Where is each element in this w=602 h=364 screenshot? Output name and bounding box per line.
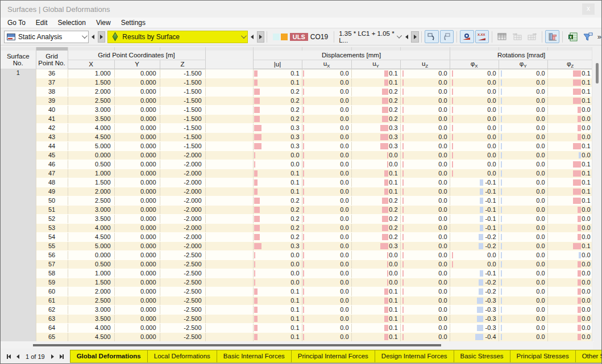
pager-last-button[interactable]: [57, 352, 67, 361]
value-cell[interactable]: 0.0: [499, 196, 547, 205]
spacer-cell[interactable]: [205, 169, 253, 178]
spacer-cell[interactable]: [205, 105, 253, 114]
value-cell[interactable]: -0.1: [450, 205, 499, 214]
coordinate-cell[interactable]: -1.500: [160, 114, 205, 123]
value-cell[interactable]: 0.1: [547, 141, 593, 150]
coordinate-cell[interactable]: 0.000: [114, 314, 160, 323]
value-cell[interactable]: 0.0: [302, 141, 351, 150]
coordinate-cell[interactable]: 4.500: [68, 332, 114, 341]
horizontal-scrollbar-thumb[interactable]: [33, 344, 441, 346]
coordinate-cell[interactable]: -1.500: [160, 141, 205, 150]
value-cell[interactable]: 0.0: [400, 241, 450, 250]
value-cell[interactable]: 0.0: [400, 150, 450, 160]
value-cell[interactable]: 0.0: [351, 160, 400, 169]
value-cell[interactable]: 0.2: [351, 205, 400, 214]
tab-local-deformations[interactable]: Local Deformations: [148, 350, 217, 363]
value-cell[interactable]: 0.0: [400, 269, 450, 278]
value-cell[interactable]: 0.1: [253, 69, 302, 78]
value-cell[interactable]: 0.0: [547, 123, 593, 132]
grid-point-no-cell[interactable]: 39: [36, 96, 68, 105]
menu-go-to[interactable]: Go To: [2, 18, 31, 28]
coordinate-cell[interactable]: 3.500: [68, 314, 114, 323]
value-cell[interactable]: 0.1: [351, 169, 400, 178]
value-cell[interactable]: 0.0: [499, 278, 547, 287]
vertical-scrollbar[interactable]: [592, 47, 601, 341]
value-cell[interactable]: -0.3: [450, 314, 499, 323]
grid-point-no-cell[interactable]: 37: [36, 78, 68, 87]
value-cell[interactable]: 0.1: [253, 287, 302, 296]
spacer-cell[interactable]: [205, 296, 253, 305]
load-combination-combobox[interactable]: 1.35 * LC1 + 1.05 * L...: [337, 31, 402, 43]
value-cell[interactable]: 0.0: [302, 114, 351, 123]
value-cell[interactable]: 0.3: [351, 123, 400, 132]
spacer-cell[interactable]: [205, 87, 253, 96]
coordinate-cell[interactable]: 0.000: [114, 169, 160, 178]
value-cell[interactable]: 0.0: [302, 169, 351, 178]
coordinate-cell[interactable]: -2.000: [160, 232, 205, 241]
value-cell[interactable]: -0.1: [450, 187, 499, 196]
result-viewer-button[interactable]: [460, 30, 474, 43]
spacer-cell[interactable]: [205, 114, 253, 123]
value-cell[interactable]: 0.0: [253, 150, 302, 160]
value-cell[interactable]: 0.0: [547, 214, 593, 223]
filter-button[interactable]: [580, 30, 594, 43]
coordinate-cell[interactable]: -2.000: [160, 160, 205, 169]
grid-point-no-cell[interactable]: 54: [36, 232, 68, 241]
horizontal-scrollbar[interactable]: [1, 341, 593, 349]
spacer-cell[interactable]: [205, 214, 253, 223]
grid-point-no-cell[interactable]: 49: [36, 187, 68, 196]
value-cell[interactable]: 0.0: [499, 305, 547, 314]
analysis-type-combobox[interactable]: Static Analysis: [4, 31, 89, 43]
value-cell[interactable]: 0.0: [302, 250, 351, 260]
value-cell[interactable]: 0.3: [253, 123, 302, 132]
value-cell[interactable]: -0.1: [450, 196, 499, 205]
grid-point-no-cell[interactable]: 44: [36, 141, 68, 150]
value-cell[interactable]: -0.1: [450, 214, 499, 223]
value-cell[interactable]: 0.0: [499, 123, 547, 132]
results-next-button[interactable]: [257, 31, 265, 43]
coordinate-cell[interactable]: -2.000: [160, 187, 205, 196]
value-cell[interactable]: 0.0: [499, 78, 547, 87]
spacer-cell[interactable]: [205, 205, 253, 214]
coordinate-cell[interactable]: 0.000: [114, 260, 160, 269]
grid-point-no-cell[interactable]: 41: [36, 114, 68, 123]
coordinate-cell[interactable]: 0.000: [114, 196, 160, 205]
coordinate-cell[interactable]: -1.500: [160, 87, 205, 96]
coordinate-cell[interactable]: 0.000: [114, 178, 160, 187]
coordinate-cell[interactable]: 0.000: [114, 269, 160, 278]
value-cell[interactable]: 0.0: [547, 232, 593, 241]
coordinate-cell[interactable]: 0.000: [114, 323, 160, 332]
value-cell[interactable]: 0.0: [499, 232, 547, 241]
coordinate-cell[interactable]: -2.500: [160, 260, 205, 269]
coordinate-cell[interactable]: -2.500: [160, 278, 205, 287]
pager-next-button[interactable]: [48, 352, 57, 361]
tab-principal-internal-forces[interactable]: Principal Internal Forces: [292, 350, 375, 363]
value-cell[interactable]: 0.3: [253, 141, 302, 150]
spacer-cell[interactable]: [205, 69, 253, 78]
coordinate-cell[interactable]: -1.500: [160, 96, 205, 105]
grid-point-no-cell[interactable]: 40: [36, 105, 68, 114]
coordinate-cell[interactable]: -2.000: [160, 150, 205, 160]
coordinate-cell[interactable]: 0.000: [114, 132, 160, 141]
value-cell[interactable]: 0.0: [400, 296, 450, 305]
value-cell[interactable]: 0.0: [450, 169, 499, 178]
coordinate-cell[interactable]: 0.000: [114, 123, 160, 132]
value-cell[interactable]: 0.0: [400, 78, 450, 87]
value-cell[interactable]: 0.0: [547, 287, 593, 296]
coordinate-cell[interactable]: -2.500: [160, 323, 205, 332]
coordinate-cell[interactable]: 0.000: [114, 205, 160, 214]
coordinate-cell[interactable]: 5.000: [68, 241, 114, 250]
grid-point-no-cell[interactable]: 51: [36, 205, 68, 214]
coordinate-cell[interactable]: 4.500: [68, 232, 114, 241]
value-cell[interactable]: 0.0: [400, 305, 450, 314]
export-table-button[interactable]: [525, 30, 539, 43]
value-cell[interactable]: 0.1: [547, 160, 593, 169]
coordinate-cell[interactable]: -2.500: [160, 269, 205, 278]
grid-point-no-cell[interactable]: 55: [36, 241, 68, 250]
coordinate-cell[interactable]: 0.000: [114, 150, 160, 160]
value-cell[interactable]: 0.0: [400, 196, 450, 205]
coordinate-cell[interactable]: -2.000: [160, 205, 205, 214]
value-cell[interactable]: 0.0: [499, 296, 547, 305]
value-cell[interactable]: 0.0: [450, 105, 499, 114]
coordinate-cell[interactable]: 0.500: [68, 260, 114, 269]
